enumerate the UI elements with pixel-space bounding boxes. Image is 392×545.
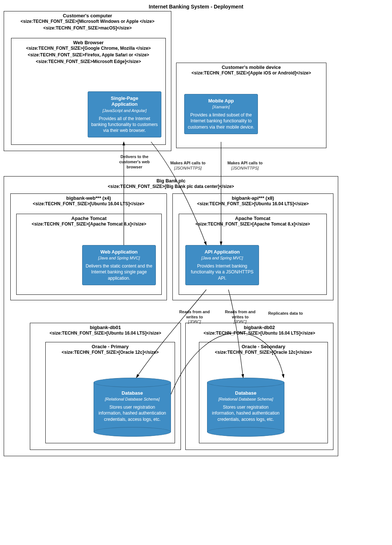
node-bigbank-web-sub-0: <size:TECHN_FONT_SIZE>[Ubuntu 16.04 LTS]… — [11, 201, 167, 207]
rel-api-db1-tech: [JDBC] — [172, 319, 217, 325]
rel-api-db2-text: Reads from and writes to — [225, 310, 255, 319]
node-customer-computer-sub-1: <size:TECHN_FONT_SIZE>macOS]</size> — [4, 25, 171, 32]
node-web-browser-title: Web Browser — [11, 38, 165, 45]
rel-mobile-api-text: Makes API calls to — [227, 161, 263, 165]
container-mobile-app-title: Mobile App — [188, 98, 255, 104]
node-mobile-device-sub-0: <size:TECHN_FONT_SIZE>[Apple iOS or Andr… — [176, 70, 326, 77]
node-big-bank-sub-0: <size:TECHN_FONT_SIZE>[Big Bank plc data… — [4, 184, 338, 190]
rel-api-db2-label: Reads from and writes to [JDBC] — [218, 304, 262, 330]
node-oracle-primary-sub-0: <size:TECHN_FONT_SIZE>[Oracle 12c]</size… — [46, 349, 175, 356]
container-spa: Single-Page Application [JavaScript and … — [88, 91, 161, 137]
container-api-app-desc: Provides Internet banking functionality … — [189, 263, 256, 281]
container-web-app: Web Application [Java and Spring MVC] De… — [82, 245, 156, 285]
container-mobile-app-tech: [Xamarin] — [188, 105, 255, 109]
container-database-secondary-title: Database — [211, 390, 281, 396]
node-mobile-device-title: Customer's mobile device — [176, 63, 326, 70]
node-bigbank-db01-sub-0: <size:TECHN_FONT_SIZE>[Ubuntu 16.04 LTS]… — [30, 330, 181, 337]
rel-mobile-api-tech: [JSON/HTTPS] — [219, 166, 271, 171]
rel-api-db1-text: Reads from and writes to — [179, 310, 210, 319]
node-customer-computer-title: Customer's computer — [4, 11, 171, 18]
container-database-primary-tech: [Relational Database Schema] — [97, 397, 167, 401]
node-tomcat-api-title: Apache Tomcat — [179, 214, 326, 221]
container-database-primary: Database [Relational Database Schema] St… — [94, 378, 171, 437]
rel-replicate-label: Replicates data to — [260, 311, 311, 316]
rel-spa-api-tech: [JSON/HTTPS] — [162, 166, 214, 171]
container-database-secondary: Database [Relational Database Schema] St… — [207, 378, 284, 437]
rel-spa-api-text: Makes API calls to — [170, 161, 206, 165]
container-spa-desc: Provides all of the Internet banking fun… — [91, 116, 158, 134]
node-web-browser-sub-2: <size:TECHN_FONT_SIZE>Microsoft Edge]</s… — [11, 59, 165, 65]
diagram-title: Internet Banking System - Deployment — [0, 0, 392, 12]
rel-spa-api-label: Makes API calls to [JSON/HTTPS] — [162, 161, 214, 171]
node-big-bank-title: Big Bank plc — [4, 177, 338, 184]
container-web-app-desc: Delivers the static content and the Inte… — [85, 263, 153, 281]
node-tomcat-api-sub-0: <size:TECHN_FONT_SIZE>[Apache Tomcat 8.x… — [179, 221, 326, 228]
node-bigbank-api-sub-0: <size:TECHN_FONT_SIZE>[Ubuntu 16.04 LTS]… — [173, 201, 333, 207]
node-bigbank-db01-title: bigbank-db01 — [30, 323, 181, 330]
rel-delivers-label: Delivers to the customer's web browser — [111, 154, 158, 170]
container-spa-title: Single-Page Application — [91, 95, 158, 108]
container-database-secondary-tech: [Relational Database Schema] — [211, 397, 281, 401]
node-web-browser-sub-1: <size:TECHN_FONT_SIZE>Firefox, Apple Saf… — [11, 52, 165, 59]
node-oracle-primary-title: Oracle - Primary — [46, 342, 175, 349]
node-tomcat-web-title: Apache Tomcat — [17, 214, 161, 221]
node-tomcat-web-sub-0: <size:TECHN_FONT_SIZE>[Apache Tomcat 8.x… — [17, 221, 161, 228]
rel-api-db1-label: Reads from and writes to [JDBC] — [172, 304, 217, 330]
node-bigbank-db02-sub-0: <size:TECHN_FONT_SIZE>[Ubuntu 16.04 LTS]… — [186, 330, 333, 337]
node-oracle-secondary-title: Oracle - Secondary — [199, 342, 328, 349]
container-api-app-title: API Application — [189, 249, 256, 255]
node-bigbank-web-title: bigbank-web*** (x4) — [11, 194, 167, 201]
node-web-browser-sub-0: <size:TECHN_FONT_SIZE>[Google Chrome, Mo… — [11, 45, 165, 52]
container-web-app-tech: [Java and Spring MVC] — [85, 256, 153, 260]
rel-mobile-api-label: Makes API calls to [JSON/HTTPS] — [219, 161, 271, 171]
container-api-app: API Application [Java and Spring MVC] Pr… — [185, 245, 259, 285]
container-database-primary-desc: Stores user registration information, ha… — [97, 404, 167, 422]
container-api-app-tech: [Java and Spring MVC] — [189, 256, 256, 260]
container-database-secondary-desc: Stores user registration information, ha… — [211, 404, 281, 422]
container-web-app-title: Web Application — [85, 249, 153, 255]
container-mobile-app: Mobile App [Xamarin] Provides a limited … — [184, 94, 258, 134]
node-customer-computer-sub-0: <size:TECHN_FONT_SIZE>[Microsoft Windows… — [4, 18, 171, 25]
rel-api-db2-tech: [JDBC] — [218, 319, 262, 325]
container-mobile-app-desc: Provides a limited subset of the Interne… — [188, 112, 255, 130]
node-oracle-secondary-sub-0: <size:TECHN_FONT_SIZE>[Oracle 12c]</size… — [199, 349, 328, 356]
node-bigbank-api-title: bigbank-api*** (x8) — [173, 194, 333, 201]
container-spa-tech: [JavaScript and Angular] — [91, 108, 158, 113]
container-database-primary-title: Database — [97, 390, 167, 396]
